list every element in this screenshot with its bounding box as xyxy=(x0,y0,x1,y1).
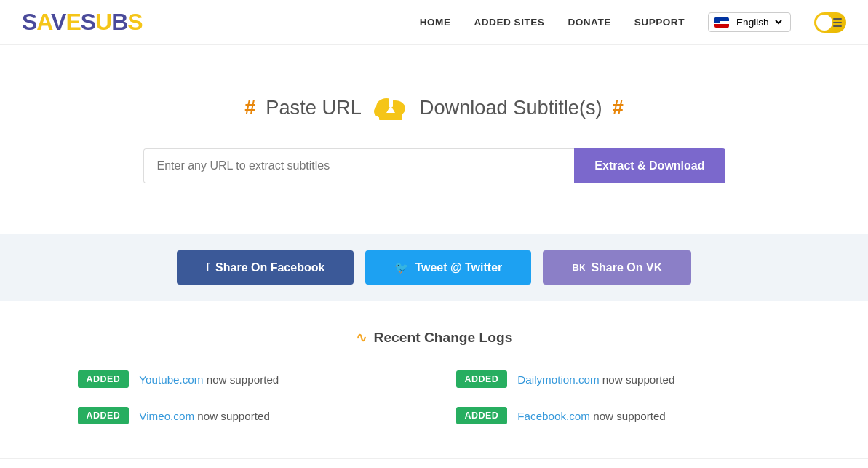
hash-left: # xyxy=(244,96,255,119)
nav-donate[interactable]: DONATE xyxy=(568,17,610,28)
changelog-section: ∿ Recent Change Logs ADDED Youtube.com n… xyxy=(34,301,835,451)
log-suffix: now supported xyxy=(207,373,279,386)
log-text-dailymotion: Dailymotion.com now supported xyxy=(517,373,674,386)
download-subtitle-text: Download Subtitle(s) xyxy=(420,96,602,119)
added-badge: ADDED xyxy=(78,370,130,388)
youtube-link[interactable]: Youtube.com xyxy=(139,373,203,386)
share-vk-label: Share On VK xyxy=(591,261,662,274)
vimeo-link[interactable]: Vimeo.com xyxy=(139,410,194,422)
share-facebook-button[interactable]: f Share On Facebook xyxy=(177,250,354,285)
flag-icon xyxy=(714,17,729,28)
dailymotion-link[interactable]: Dailymotion.com xyxy=(517,373,599,386)
log-item-facebook: ADDED Facebook.com now supported xyxy=(456,402,791,429)
twitter-icon: 🐦 xyxy=(394,261,409,274)
log-text-youtube: Youtube.com now supported xyxy=(139,373,279,386)
nav-support[interactable]: SUPPORT xyxy=(634,17,685,28)
added-badge: ADDED xyxy=(456,370,508,388)
user-menu-button[interactable] xyxy=(814,12,846,33)
share-twitter-button[interactable]: 🐦 Tweet @ Twitter xyxy=(365,250,531,285)
cloud-download-icon xyxy=(372,89,410,127)
vk-icon: ВК xyxy=(572,262,585,273)
facebook-site-link[interactable]: Facebook.com xyxy=(517,410,590,422)
about-section: ✏ About SaveSubs xyxy=(0,458,868,468)
url-row: Extract & Download xyxy=(143,148,725,183)
log-suffix: now supported xyxy=(197,410,270,422)
nav-home[interactable]: HOME xyxy=(420,17,451,28)
nav-added-sites[interactable]: ADDED SITES xyxy=(474,17,544,28)
share-bar: f Share On Facebook 🐦 Tweet @ Twitter ВК… xyxy=(0,234,868,301)
paste-url-text: Paste URL xyxy=(266,96,361,119)
url-input[interactable] xyxy=(143,148,575,183)
hamburger-icon xyxy=(833,18,842,27)
hash-right: # xyxy=(613,96,624,119)
changelog-grid: ADDED Youtube.com now supported ADDED Da… xyxy=(78,366,791,429)
share-facebook-label: Share On Facebook xyxy=(215,261,324,274)
site-header: SAVESUBS HOME ADDED SITES DONATE SUPPORT… xyxy=(0,0,868,45)
extract-download-button[interactable]: Extract & Download xyxy=(574,148,725,183)
log-item-youtube: ADDED Youtube.com now supported xyxy=(78,366,413,392)
rss-icon: ∿ xyxy=(356,330,367,346)
changelog-title: ∿ Recent Change Logs xyxy=(78,330,791,346)
hero-section: # Paste URL Download Subtitle(s) # Extra… xyxy=(0,45,868,213)
log-text-facebook: Facebook.com now supported xyxy=(517,410,665,422)
facebook-icon: f xyxy=(206,261,210,274)
log-suffix: now supported xyxy=(593,410,666,422)
site-logo[interactable]: SAVESUBS xyxy=(22,9,143,36)
language-dropdown[interactable]: English Spanish French xyxy=(733,16,784,28)
added-badge: ADDED xyxy=(456,407,508,424)
hero-title: # Paste URL Download Subtitle(s) # xyxy=(15,89,853,127)
log-item-dailymotion: ADDED Dailymotion.com now supported xyxy=(456,366,791,392)
main-nav: HOME ADDED SITES DONATE SUPPORT English … xyxy=(420,12,846,33)
log-text-vimeo: Vimeo.com now supported xyxy=(139,410,270,422)
changelog-title-text: Recent Change Logs xyxy=(374,330,513,346)
share-twitter-label: Tweet @ Twitter xyxy=(415,261,502,274)
svg-rect-5 xyxy=(389,98,393,107)
log-item-vimeo: ADDED Vimeo.com now supported xyxy=(78,402,413,429)
added-badge: ADDED xyxy=(78,407,130,424)
log-suffix: now supported xyxy=(602,373,675,386)
share-vk-button[interactable]: ВК Share On VK xyxy=(543,250,691,285)
language-selector[interactable]: English Spanish French xyxy=(708,12,791,32)
